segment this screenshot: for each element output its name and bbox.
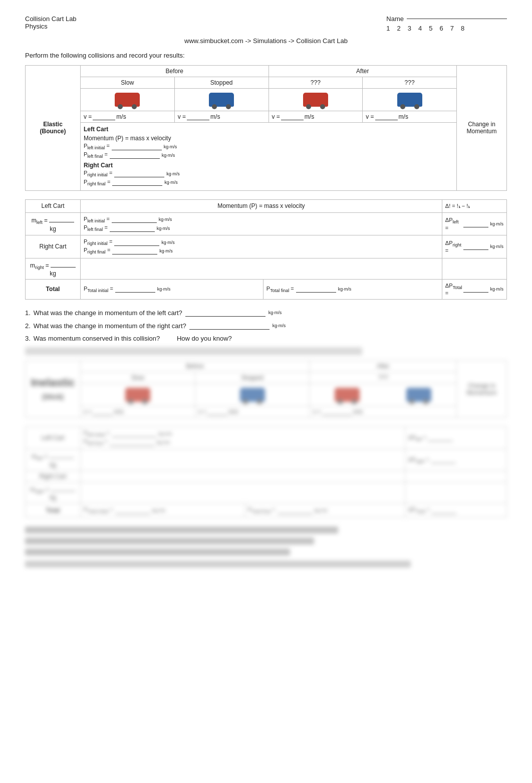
cart-images-row <box>26 89 507 111</box>
website-text: www.simbucket.com -> Simulations -> Coll… <box>184 37 348 45</box>
question-2: 2. What was the change in momentum of th… <box>25 322 507 330</box>
stopped-label: Stopped <box>174 77 269 89</box>
s2-header-row: Inelastic(Stick) Before After Change in … <box>26 361 507 372</box>
left-cart-name: Left Cart <box>26 199 81 212</box>
m-left-cell: mleft = kg <box>26 212 81 235</box>
p-rf-2[interactable] <box>112 247 157 254</box>
m-left-input[interactable] <box>49 215 74 222</box>
p-total-final-cell: PTotal final = kg·m/s <box>263 279 442 299</box>
blurred-questions <box>25 527 507 568</box>
question-3: 3. Was momentum conserved in this collis… <box>25 335 507 342</box>
p-total-initial-input[interactable] <box>115 286 155 293</box>
v1-cell: v = m/s <box>81 111 175 123</box>
q1-number: 1. <box>25 309 31 317</box>
m-left-row: mleft = kg Pleft initial = kg·m/s Pleft … <box>26 212 507 235</box>
s2-change-momentum: Change in Momentum <box>457 361 507 418</box>
stopped-cart-cell <box>174 89 269 111</box>
delta-left-cell: ΔPleft = kg·m/s <box>442 212 506 235</box>
s2-state-row: Slow Stopped ??? <box>26 372 507 384</box>
q3-part2: How do you know? <box>177 335 232 342</box>
after2-cart-cell <box>363 89 457 111</box>
dp-right-input[interactable] <box>463 243 488 250</box>
p-left-initial-row: Pleft initial = kg·m/s <box>84 143 453 150</box>
p-lf-2[interactable] <box>110 225 155 232</box>
website-line: www.simbucket.com -> Simulations -> Coll… <box>25 37 507 45</box>
red-cart-after <box>303 93 328 107</box>
name-label: Name <box>386 15 404 23</box>
period-3: 3 <box>408 25 411 32</box>
q1-answer[interactable] <box>185 309 265 317</box>
red-cart-slow <box>115 93 140 107</box>
left-cart-row: Left Cart Momentum (P) = mass x velocity… <box>26 123 507 191</box>
slow-cart-cell <box>81 89 175 111</box>
v1-input[interactable] <box>93 113 115 120</box>
v3-cell: v = m/s <box>269 111 363 123</box>
header-left: Collision Cart Lab Physics <box>25 15 77 30</box>
s2-vel-row: v = m/s v = m/s v = m/s <box>26 406 507 418</box>
after-header: After <box>269 66 457 77</box>
s2-red-cart <box>125 388 150 402</box>
p-li-2[interactable] <box>112 216 157 223</box>
p-right-initial-input[interactable] <box>114 170 164 177</box>
dp-total-input[interactable] <box>463 286 488 293</box>
p-left-final-input[interactable] <box>110 152 160 159</box>
period-6: 6 <box>439 25 443 32</box>
lab-title: Collision Cart Lab <box>25 15 77 23</box>
right-cart-label: Right Cart <box>84 162 453 169</box>
v2-cell: v = m/s <box>174 111 269 123</box>
state-labels-row: Slow Stopped ??? ??? <box>26 77 507 89</box>
delta-right-cell: ΔPright = kg·m/s <box>442 235 506 258</box>
m-right-cell: mright = kg <box>26 258 81 279</box>
right-cart-name-row: Right Cart Pright initial = kg·m/s Prigh… <box>26 235 507 258</box>
header-right: Name 1 2 3 4 5 6 7 8 <box>386 15 507 32</box>
q2-text: What was the change in momentum of the r… <box>34 322 186 330</box>
left-cart-mass-row: Left Cart Momentum (P) = mass x velocity… <box>26 199 507 212</box>
period-8: 8 <box>461 25 464 32</box>
slow-label: Slow <box>81 77 175 89</box>
period-5: 5 <box>429 25 432 32</box>
velocity-row: v = m/s v = m/s v = m/s v = <box>26 111 507 123</box>
before-after-header-row: Elastic (Bounce) Before After Change in … <box>26 66 507 77</box>
total-label-cell: Total <box>26 279 81 299</box>
question1-label: ??? <box>269 77 363 89</box>
questions-section: 1. What was the change in momentum of th… <box>25 309 507 342</box>
p-right-final-input[interactable] <box>112 179 162 186</box>
q1-text: What was the change in momentum of the l… <box>34 309 182 317</box>
v3-input[interactable] <box>281 113 304 120</box>
section2-table: Inelastic(Stick) Before After Change in … <box>25 360 507 418</box>
m-right-input[interactable] <box>51 260 76 268</box>
elastic-label: Elastic (Bounce) <box>26 66 81 191</box>
s2-cart-row <box>26 384 507 406</box>
s2-mass-table: Left Cart Pleft initial = kg·m/s Pleft f… <box>25 426 507 517</box>
p-total-initial-cell: PTotal initial = kg·m/s <box>81 279 263 299</box>
name-line: Name <box>386 15 507 23</box>
s2-blue-cart <box>240 388 265 402</box>
p-right-fields-cell: Pright initial = kg·m/s Pright final = k… <box>81 235 442 258</box>
before-header: Before <box>81 66 269 77</box>
period-2: 2 <box>397 25 401 32</box>
dp-left-input[interactable] <box>463 220 488 227</box>
q2-answer[interactable] <box>189 322 270 330</box>
p-right-final-row: Pright final = kg·m/s <box>84 179 453 186</box>
right-cart-name-cell: Right Cart <box>26 235 81 258</box>
v2-input[interactable] <box>187 113 209 120</box>
p-total-final-input[interactable] <box>296 286 336 293</box>
subject: Physics <box>25 23 77 30</box>
q2-number: 2. <box>25 322 31 330</box>
s2-blue-after <box>406 388 431 402</box>
momentum-equation: Momentum (P) = mass x velocity <box>84 135 453 142</box>
delta-total-cell: ΔPTotal = kg·m/s <box>442 279 506 299</box>
q3-number: 3. <box>25 335 31 342</box>
mass-momentum-table: Left Cart Momentum (P) = mass x velocity… <box>25 199 507 300</box>
blue-cart-after <box>397 93 422 107</box>
section1-table: Elastic (Bounce) Before After Change in … <box>25 65 507 191</box>
period-1: 1 <box>386 25 390 32</box>
name-field[interactable] <box>407 19 507 19</box>
header: Collision Cart Lab Physics Name 1 2 3 4 … <box>25 15 507 32</box>
p-ri-2[interactable] <box>114 239 159 246</box>
momentum-section: Left Cart Momentum (P) = mass x velocity… <box>81 123 457 191</box>
v4-input[interactable] <box>375 113 398 120</box>
p-left-initial-input[interactable] <box>112 143 162 150</box>
total-row: Total PTotal initial = kg·m/s PTotal fin… <box>26 279 507 299</box>
change-momentum-header: Change in Momentum <box>457 66 507 191</box>
